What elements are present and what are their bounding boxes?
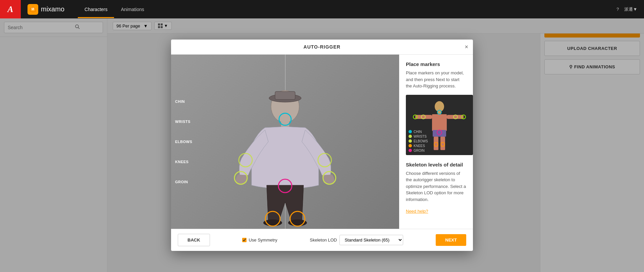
modal-title: AUTO-RIGGER — [304, 44, 340, 50]
elbows-legend-label: ELBOWS — [414, 139, 428, 143]
skeleton-lod-label: Skeleton LOD — [310, 237, 337, 243]
nav-tab-animations[interactable]: Animations — [114, 1, 151, 18]
wrists-legend-label: WRISTS — [414, 135, 427, 138]
groin-legend-label: GROIN — [414, 149, 425, 152]
modal-close-button[interactable]: × — [465, 44, 468, 51]
skeleton-legend: CHIN WRISTS ELBOWS KNEES — [409, 130, 428, 152]
wrists-dot — [409, 135, 412, 138]
knees-legend-label: KNEES — [414, 144, 425, 148]
nav-tabs: Characters Animations — [78, 1, 151, 18]
marker-labels-list: CHIN WRISTS ELBOWS KNEES GROIN — [175, 99, 192, 184]
back-button[interactable]: BACK — [178, 234, 210, 246]
mixamo-logo-area: M mixamo — [21, 4, 71, 15]
svg-text:M: M — [32, 7, 34, 11]
svg-rect-26 — [433, 130, 446, 137]
top-navigation: A M mixamo Characters Animations ? 派遷▼ — [0, 0, 644, 18]
adobe-logo: A — [0, 0, 21, 18]
modal-overlay: AUTO-RIGGER × — [0, 18, 644, 272]
next-button[interactable]: NEXT — [436, 234, 466, 246]
auto-rigger-modal: AUTO-RIGGER × — [171, 40, 473, 251]
mixamo-brand-text: mixamo — [41, 5, 64, 13]
3d-viewport[interactable]: CHIN WRISTS ELBOWS KNEES GROIN — [171, 55, 399, 229]
help-icon[interactable]: ? — [616, 7, 619, 12]
skeleton-preview-image: CHIN WRISTS ELBOWS KNEES — [406, 95, 473, 155]
place-markers-title: Place markers — [406, 61, 466, 67]
groin-dot — [409, 149, 412, 152]
svg-rect-27 — [415, 115, 432, 119]
modal-info-panel: Place markers Place markers on your mode… — [399, 55, 473, 229]
knees-dot — [409, 144, 412, 147]
skeleton-lod-title: Skeleton levels of detail — [406, 162, 466, 167]
modal-header: AUTO-RIGGER × — [171, 40, 473, 55]
knees-label: KNEES — [175, 160, 192, 164]
chin-legend-label: CHIN — [414, 130, 422, 134]
skeleton-lod-selector: Skeleton LOD Standard Skeleton (65) — [310, 235, 404, 245]
nav-tab-characters[interactable]: Characters — [78, 1, 114, 18]
lod-select-dropdown[interactable]: Standard Skeleton (65) — [339, 235, 403, 245]
modal-footer: BACK Use Symmetry Skeleton LOD Standard … — [171, 229, 473, 251]
chin-dot — [409, 130, 412, 133]
user-menu[interactable]: 派遷▼ — [624, 6, 637, 12]
use-symmetry-area: Use Symmetry — [242, 237, 277, 243]
use-symmetry-checkbox[interactable] — [242, 238, 247, 242]
svg-rect-28 — [447, 115, 464, 119]
elbows-label: ELBOWS — [175, 140, 192, 144]
svg-rect-25 — [432, 114, 447, 131]
need-help-link[interactable]: Need help? — [406, 209, 428, 214]
svg-rect-10 — [275, 91, 295, 99]
nav-right-area: ? 派遷▼ — [616, 6, 644, 12]
wrists-label: WRISTS — [175, 120, 192, 124]
chin-label: CHIN — [175, 99, 192, 104]
groin-label: GROIN — [175, 180, 192, 184]
elbows-dot — [409, 139, 412, 143]
modal-body: CHIN WRISTS ELBOWS KNEES GROIN Place mar… — [171, 55, 473, 229]
use-symmetry-label: Use Symmetry — [249, 237, 277, 243]
skeleton-lod-text: Choose different versions of the autorig… — [406, 170, 466, 203]
mixamo-icon: M — [28, 4, 38, 15]
place-markers-text: Place markers on your model, and then pr… — [406, 70, 466, 89]
